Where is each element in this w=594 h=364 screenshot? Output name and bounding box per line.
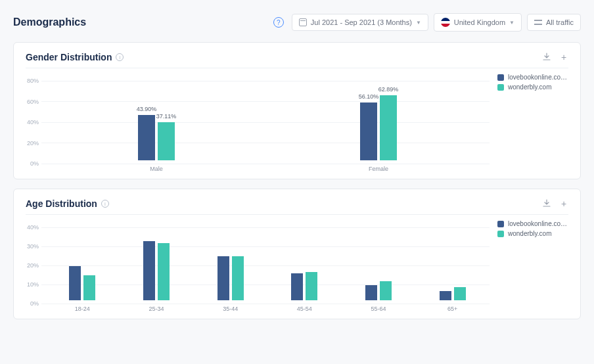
y-tick-label: 0% [26,160,41,167]
gridline [41,164,490,164]
x-tick-label: 65+ [415,306,490,312]
gender-card: Gender Distribution i + 0%20%40%60%80%43… [13,42,581,179]
bar [217,256,229,300]
bar [454,287,466,300]
plus-icon[interactable]: + [559,53,568,62]
bar [380,281,392,300]
y-tick-label: 80% [26,78,41,84]
download-icon[interactable] [542,199,551,208]
gender-legend: lovebookonline.co… wonderbly.com [490,74,568,172]
card-header: Age Distribution i + [26,198,568,215]
age-chart-body: 0%10%20%30%40%18-2425-3435-4445-5455-646… [26,215,568,312]
page-title: Demographics [13,16,86,28]
y-tick-label: 30% [26,243,41,250]
traffic-icon [534,18,542,26]
bar [291,273,303,300]
legend-item-b: wonderbly.com [497,230,568,237]
x-tick-label: 18-24 [45,306,120,312]
gridline [41,304,490,304]
bar [440,291,451,301]
y-tick-label: 60% [26,99,41,105]
x-tick-label: 35-44 [193,306,267,312]
download-icon[interactable] [542,53,551,62]
y-tick-label: 0% [26,300,41,307]
gender-chart-body: 0%20%40%60%80%43.90%37.11%56.10%62.89%Ma… [26,68,568,172]
bar-group [120,224,194,300]
y-tick-label: 40% [26,224,41,231]
traffic-label: All traffic [546,18,574,26]
bar-group: 43.90%37.11% [45,78,267,160]
bar [365,285,377,300]
bar-group: 56.10%62.89% [267,78,490,160]
legend-item-a: lovebookonline.co… [497,220,568,227]
bar [69,266,81,300]
legend-label-a: lovebookonline.co… [508,74,567,81]
bar-value-label: 56.10% [359,93,379,100]
bar: 56.10% [360,102,377,160]
legend-swatch-b [497,84,504,91]
legend-item-a: lovebookonline.co… [497,74,568,81]
legend-label-b: wonderbly.com [508,230,552,237]
bar: 43.90% [138,115,155,160]
info-icon[interactable]: i [116,53,124,61]
bar-group [415,224,490,300]
bar [158,243,170,300]
x-tick-label: Male [45,166,267,172]
bar-group [342,224,416,300]
age-card: Age Distribution i + 0%10%20%30%40%18-24… [13,189,581,319]
legend-swatch-a [497,74,504,81]
uk-flag-icon [441,18,450,27]
bar: 62.89% [380,95,397,160]
legend-label-a: lovebookonline.co… [508,220,567,227]
bars-area [45,224,490,300]
x-tick-label: 25-34 [120,306,194,312]
x-tick-label: 55-64 [342,306,416,312]
help-icon[interactable]: ? [273,17,284,28]
bars-area: 43.90%37.11%56.10%62.89% [45,78,490,160]
bar [306,272,317,301]
legend-swatch-b [497,231,504,237]
x-axis: MaleFemale [45,166,490,172]
bar [143,241,155,300]
y-tick-label: 20% [26,140,41,147]
page-root: Demographics ? Jul 2021 - Sep 2021 (3 Mo… [0,0,594,342]
traffic-filter[interactable]: All traffic [527,14,581,31]
date-range-picker[interactable]: Jul 2021 - Sep 2021 (3 Months) ▼ [292,14,428,31]
legend-label-b: wonderbly.com [508,83,552,91]
x-axis: 18-2425-3435-4445-5455-6465+ [45,306,490,312]
x-tick-label: Female [267,166,490,172]
bar-value-label: 43.90% [137,106,157,112]
plus-icon[interactable]: + [559,199,568,208]
card-title: Gender Distribution [26,52,112,62]
y-tick-label: 10% [26,281,41,288]
bar-value-label: 37.11% [156,113,177,120]
bar [83,275,95,300]
calendar-icon [299,18,307,26]
bar [232,256,244,300]
bar-group [45,224,120,300]
y-tick-label: 40% [26,119,41,125]
card-title: Age Distribution [26,198,97,209]
age-legend: lovebookonline.co… wonderbly.com [490,220,568,312]
bar-value-label: 62.89% [378,86,399,93]
legend-swatch-a [497,221,504,227]
bar-group [267,224,342,300]
date-range-label: Jul 2021 - Sep 2021 (3 Months) [311,18,412,26]
bar: 37.11% [158,122,175,160]
page-header: Demographics ? Jul 2021 - Sep 2021 (3 Mo… [13,13,581,32]
header-controls: Jul 2021 - Sep 2021 (3 Months) ▼ United … [292,13,581,32]
chevron-down-icon: ▼ [416,20,421,26]
country-picker[interactable]: United Kingdom ▼ [434,13,522,32]
card-header: Gender Distribution i + [26,52,568,68]
x-tick-label: 45-54 [267,306,342,312]
chevron-down-icon: ▼ [509,20,514,26]
legend-item-b: wonderbly.com [497,83,568,91]
bar-group [193,224,267,300]
y-tick-label: 20% [26,262,41,269]
age-plot: 0%10%20%30%40%18-2425-3435-4445-5455-646… [26,220,490,312]
gender-plot: 0%20%40%60%80%43.90%37.11%56.10%62.89%Ma… [26,74,490,172]
country-label: United Kingdom [454,18,505,26]
header-left: Demographics [13,16,86,28]
info-icon[interactable]: i [101,200,109,208]
